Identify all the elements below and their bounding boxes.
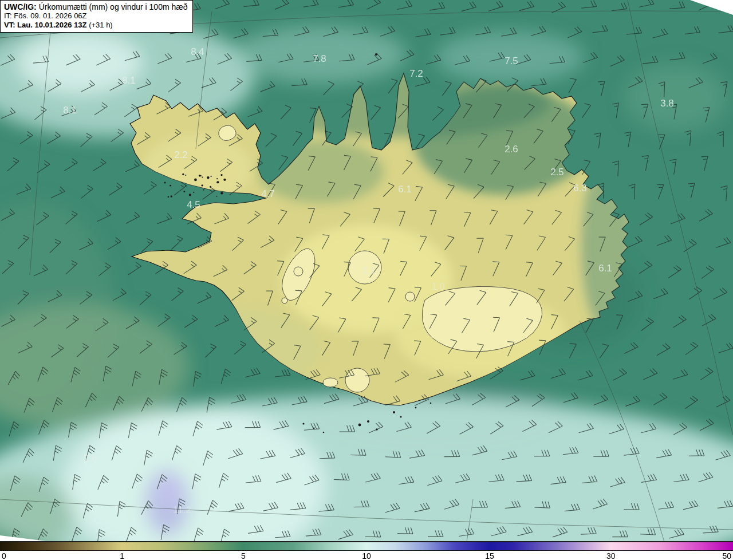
precip-value-label: 4.5 bbox=[187, 199, 200, 210]
colorbar-tick-label: 0 bbox=[2, 551, 6, 560]
precip-value-label: 3.8 bbox=[660, 98, 674, 109]
weather-map-app: 8.47.87.27.58.18.13.82.22.62.56.16.34.74… bbox=[0, 0, 733, 560]
map-title: UWC/IG: Úrkomumætti (mm) og vindur i 100… bbox=[4, 2, 188, 11]
colorbar-tick-label: 1 bbox=[120, 551, 124, 560]
precip-value-label: 8.4 bbox=[191, 46, 204, 57]
precip-value-label: 6.1 bbox=[598, 263, 612, 274]
colorbar-tick-label: 30 bbox=[606, 551, 616, 560]
colorbar-tick-label: 15 bbox=[485, 551, 494, 560]
precip-value-label: 7.5 bbox=[505, 56, 518, 66]
precip-value-label: 6.3 bbox=[573, 183, 587, 194]
precip-value-label: 8.1 bbox=[63, 105, 77, 116]
precip-value-label: 2.6 bbox=[84, 453, 97, 464]
precip-value-label: 11.2 bbox=[173, 504, 191, 515]
valid-time: VT: Lau. 10.01.2026 13Z (+31 h) bbox=[4, 21, 188, 30]
iceland-precip-wind-map: 8.47.87.27.58.18.13.82.22.62.56.16.34.74… bbox=[0, 0, 733, 542]
colorbar-tick-label: 5 bbox=[241, 551, 246, 560]
precip-colorbar-gradient bbox=[0, 542, 733, 551]
precip-value-label: 1.1 bbox=[362, 265, 376, 276]
precip-value-label: 1.0 bbox=[431, 281, 445, 292]
colorbar-area: 01510153050 bbox=[0, 542, 733, 560]
precip-value-label: 8.1 bbox=[122, 75, 136, 86]
precip-value-label: 7.2 bbox=[409, 68, 423, 79]
precip-value-label: 2.6 bbox=[505, 144, 518, 155]
colorbar-tick-label: 50 bbox=[722, 551, 731, 560]
colorbar-tick-label: 10 bbox=[362, 551, 371, 560]
title-box: UWC/IG: Úrkomumætti (mm) og vindur i 100… bbox=[0, 0, 193, 33]
precip-value-label: 2.2 bbox=[174, 149, 188, 160]
precip-value-label: 4.7 bbox=[261, 188, 275, 199]
colorbar-tick-labels: 01510153050 bbox=[0, 551, 733, 560]
init-time: IT: Fös. 09. 01. 2026 06Z bbox=[4, 11, 188, 21]
precip-value-label: 7.8 bbox=[313, 53, 326, 64]
map-canvas: 8.47.87.27.58.18.13.82.22.62.56.16.34.74… bbox=[0, 0, 733, 542]
precip-value-label: 6.1 bbox=[398, 184, 412, 195]
precip-value-label: 2.5 bbox=[550, 167, 564, 178]
